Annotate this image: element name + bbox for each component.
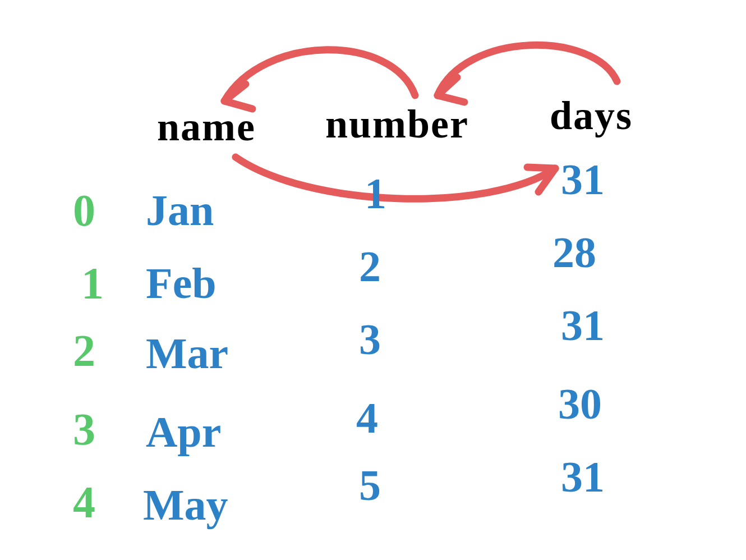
row-index: 4: [73, 477, 95, 528]
header-name: name: [157, 104, 256, 150]
cell-name: Jan: [146, 185, 214, 236]
cell-number: 3: [359, 314, 381, 365]
cell-name: May: [143, 480, 228, 530]
cell-days: 30: [558, 379, 602, 429]
cell-days: 31: [561, 154, 605, 205]
arrow-number-to-name: [224, 50, 415, 109]
cell-number: 2: [359, 241, 381, 292]
cell-name: Mar: [146, 328, 228, 379]
header-days: days: [550, 93, 633, 139]
cell-days: 31: [561, 452, 605, 502]
cell-days: 31: [561, 300, 605, 351]
cell-number: 5: [359, 460, 381, 511]
row-index: 2: [73, 325, 95, 377]
cell-number: 4: [356, 393, 378, 443]
row-index: 3: [73, 404, 95, 455]
cell-name: Feb: [146, 258, 217, 309]
arrow-name-to-days: [236, 157, 555, 199]
row-index: 1: [81, 258, 104, 309]
row-index: 0: [73, 185, 95, 236]
header-number: number: [325, 101, 469, 148]
cell-number: 1: [365, 168, 386, 219]
cell-name: Apr: [146, 407, 221, 457]
diagram-stage: name number days 0 Jan 1 31 1 Feb 2 28 2…: [0, 0, 746, 560]
cell-days: 28: [552, 227, 596, 278]
